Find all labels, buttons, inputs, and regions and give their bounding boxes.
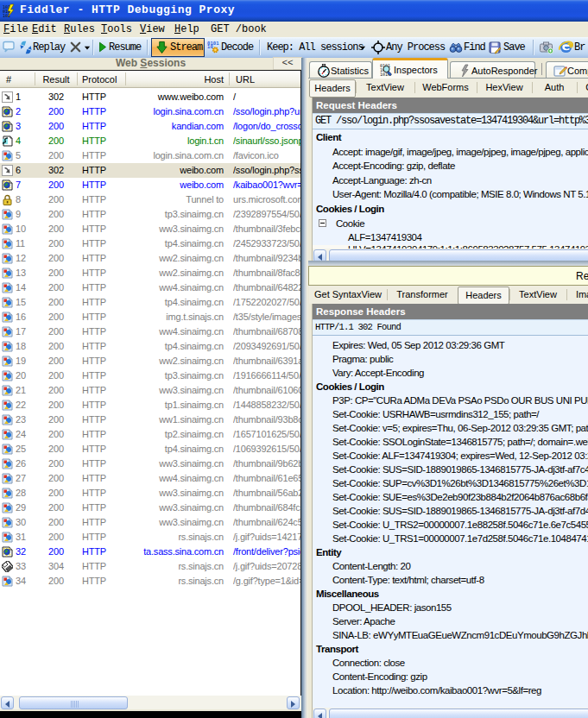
stream-icon[interactable] <box>155 41 168 54</box>
session-row-22[interactable]: 22200HTTPtp1.sinaimg.cn/1448858232/50/56… <box>0 398 300 413</box>
tree-item[interactable]: P3P: CP="CURa ADMa DEVa PSAo PSDo OUR BU… <box>313 394 588 407</box>
tab-statistics[interactable]: Statistics <box>309 61 372 78</box>
tree-item[interactable]: Vary: Accept-Encoding <box>313 366 588 380</box>
tab-headers[interactable]: Headers <box>458 287 509 305</box>
session-row-32[interactable]: 32200HTTPta.sass.sina.com.cn/front/deliv… <box>0 545 300 559</box>
column-header-result[interactable]: Result <box>38 73 74 85</box>
session-row-10[interactable]: 10200HTTPww3.sinaimg.cn/thumbnail/3febcb… <box>0 222 300 236</box>
tree-section[interactable]: Client <box>313 130 588 145</box>
save-button[interactable]: Save <box>503 41 525 54</box>
tree-item[interactable]: Pragma: public <box>313 352 588 366</box>
tab-get-syntaxview[interactable]: Get SyntaxView <box>309 286 387 304</box>
tree-item[interactable]: Content-Encoding: gzip <box>313 670 588 683</box>
sessions-column-header[interactable]: #ResultProtocolHostURL <box>0 71 300 88</box>
keep-dropdown-caret[interactable] <box>358 43 367 52</box>
request-line[interactable]: GET /sso/login.php?ssosavestate=13474193… <box>313 113 588 129</box>
session-row-17[interactable]: 17200HTTPww4.sinaimg.cn/thumbnail/687084… <box>0 324 300 339</box>
session-row-15[interactable]: 15200HTTPtp4.sinaimg.cn/1752202027/50/56… <box>0 295 300 310</box>
tree-item[interactable]: Server: Apache <box>313 614 588 628</box>
session-row-7[interactable]: 7200HTTPweibo.com/kaibao001?wvr=5&lf=r <box>0 178 300 192</box>
tree-item[interactable]: Set-Cookie: U_TRS1=00000007.1e7d258f.504… <box>313 532 588 545</box>
tree-item[interactable]: ALF=1347419304 <box>313 230 588 245</box>
session-row-13[interactable]: 13200HTTPww2.sinaimg.cn/thumbnail/8fac88… <box>0 266 300 280</box>
session-row-8[interactable]: 8200HTTPTunnel tours.microsoft.com:443 <box>0 192 300 207</box>
tree-item[interactable]: Connection: close <box>313 656 588 670</box>
session-row-14[interactable]: 14200HTTPww4.sinaimg.cn/thumbnail/64822a… <box>0 280 300 295</box>
tree-item[interactable]: Set-Cookie: SUS=SID-1889019865-134681577… <box>313 463 588 476</box>
menu-tools[interactable]: Tools <box>98 22 136 36</box>
tab-auth[interactable]: Auth <box>532 79 577 97</box>
tree-item[interactable]: Set-Cookie: USRHAWB=usrmdins312_155; pat… <box>313 407 588 421</box>
menu-file[interactable]: File <box>0 22 32 36</box>
tree-section[interactable]: Cookies / Login <box>313 380 588 394</box>
tree-section[interactable]: Miscellaneous <box>313 587 588 601</box>
session-row-26[interactable]: 26200HTTPww3.sinaimg.cn/thumbnail/9b62b1… <box>0 457 300 471</box>
session-row-11[interactable]: 11200HTTPtp4.sinaimg.cn/2452933723/50/56… <box>0 236 300 251</box>
scroll-left-button[interactable] <box>313 249 326 261</box>
tree-item[interactable]: Set-Cookie: SUS=SID-1889019865-134681577… <box>313 504 588 518</box>
session-row-1[interactable]: 1302HTTPwww.weibo.com/ <box>0 90 300 104</box>
tree-item[interactable]: User-Agent: Mozilla/4.0 (compatible; MSI… <box>313 187 588 202</box>
save-icon[interactable] <box>488 41 502 54</box>
find-button[interactable]: Find <box>464 41 485 54</box>
tab-imageview[interactable]: ImageView <box>566 286 588 304</box>
session-row-28[interactable]: 28200HTTPww3.sinaimg.cn/thumbnail/56ab23… <box>0 486 300 501</box>
tree-item[interactable]: Set-Cookie: ALF=1347419304; expires=Wed,… <box>313 449 588 463</box>
scroll-right-button[interactable] <box>287 696 300 709</box>
tree-section[interactable]: Entity <box>313 545 588 559</box>
tab-headers[interactable]: Headers <box>309 79 356 98</box>
decode-icon[interactable] <box>207 41 220 54</box>
tab-cookies[interactable]: Cookies <box>577 79 588 97</box>
tab-textview[interactable]: TextView <box>509 286 566 304</box>
tab-webforms[interactable]: WebForms <box>414 79 477 97</box>
find-icon[interactable] <box>449 41 463 54</box>
request-horizontal-scrollbar[interactable] <box>313 249 588 261</box>
tree-section[interactable]: Transport <box>313 642 588 656</box>
response-horizontal-scrollbar[interactable] <box>313 708 588 718</box>
session-row-19[interactable]: 19200HTTPww2.sinaimg.cn/thumbnail/6391ae… <box>0 354 300 368</box>
tree-item[interactable]: Content-Length: 20 <box>313 559 588 573</box>
replay-icon[interactable] <box>19 41 33 54</box>
quickexec-command-box[interactable] <box>0 711 302 718</box>
scroll-thumb[interactable] <box>329 249 588 261</box>
keep-sessions-dropdown[interactable]: Keep: All sessions <box>267 41 364 54</box>
menu-help[interactable]: Help <box>171 22 203 36</box>
tree-item[interactable]: Expires: Wed, 05 Sep 2012 03:29:36 GMT <box>313 338 588 352</box>
session-row-30[interactable]: 30200HTTPww3.sinaimg.cn/thumbnail/624c5b… <box>0 515 300 530</box>
tree-item[interactable]: Accept-Language: zh-cn <box>313 173 588 188</box>
session-row-33[interactable]: 33304HTTPrs.sinajs.cn/j.gif?uids=2072856… <box>0 559 300 574</box>
tree-item[interactable]: SINA-LB: eWYyMTEuaGEueWZncm91cDEuYmoubG9… <box>313 628 588 642</box>
session-row-18[interactable]: 18200HTTPtp4.sinaimg.cn/2093492691/50/56… <box>0 339 300 354</box>
screenshot-icon[interactable] <box>539 41 553 54</box>
session-row-31[interactable]: 31200HTTPrs.sinajs.cn/j.gif?uids=1421760… <box>0 530 300 545</box>
tree-item[interactable]: Set-Cookie: v=5; expires=Thu, 06-Sep-201… <box>313 421 588 435</box>
tree-item[interactable]: Set-Cookie: SSOLoginState=1346815775; pa… <box>313 435 588 449</box>
session-row-12[interactable]: 12200HTTPww2.sinaimg.cn/thumbnail/9234be… <box>0 251 300 266</box>
menu-rules[interactable]: Rules <box>60 22 98 36</box>
scroll-left-button[interactable] <box>313 709 326 718</box>
tree-item[interactable]: Set-Cookie: SUE=es%3De2eb90f23b884b2f206… <box>313 490 588 504</box>
tab-textview[interactable]: TextView <box>356 79 414 97</box>
scroll-thumb[interactable] <box>329 709 588 718</box>
remove-sessions-icon[interactable] <box>69 41 82 54</box>
any-process-button[interactable]: Any Process <box>386 41 445 54</box>
session-row-3[interactable]: 3200HTTPkandian.com/logon/do_crossdomain <box>0 119 300 134</box>
column-header-protocol[interactable]: Protocol <box>82 73 125 85</box>
sessions-horizontal-scrollbar[interactable] <box>0 696 301 709</box>
session-row-34[interactable]: 34200HTTPrs.sinajs.cn/g.gif?type=1&id=56… <box>0 574 300 589</box>
response-status-line[interactable]: HTTP/1.1 302 Found <box>313 319 588 336</box>
any-process-icon[interactable] <box>371 41 385 54</box>
comment-bubble-icon[interactable] <box>2 41 16 54</box>
tab-inspectors[interactable]: Inspectors <box>372 58 448 79</box>
tree-item[interactable]: Accept-Encoding: gzip, deflate <box>313 159 588 173</box>
collapse-toggle[interactable] <box>319 219 326 227</box>
session-row-25[interactable]: 25200HTTPtp4.sinaimg.cn/1069392615/50/56… <box>0 442 300 457</box>
decode-button[interactable]: Decode <box>221 41 253 54</box>
browse-icon[interactable] <box>559 40 573 54</box>
stream-button-label[interactable]: Stream <box>170 41 202 54</box>
tree-item[interactable]: Content-Type: text/html; charset=utf-8 <box>313 573 588 587</box>
tab-hexview[interactable]: HexView <box>477 79 532 97</box>
column-header-host[interactable]: Host <box>125 73 224 85</box>
session-row-29[interactable]: 29200HTTPww3.sinaimg.cn/thumbnail/684fc1… <box>0 501 300 515</box>
session-row-16[interactable]: 16200HTTPimg.t.sinajs.cn/t35/style/image… <box>0 310 300 324</box>
